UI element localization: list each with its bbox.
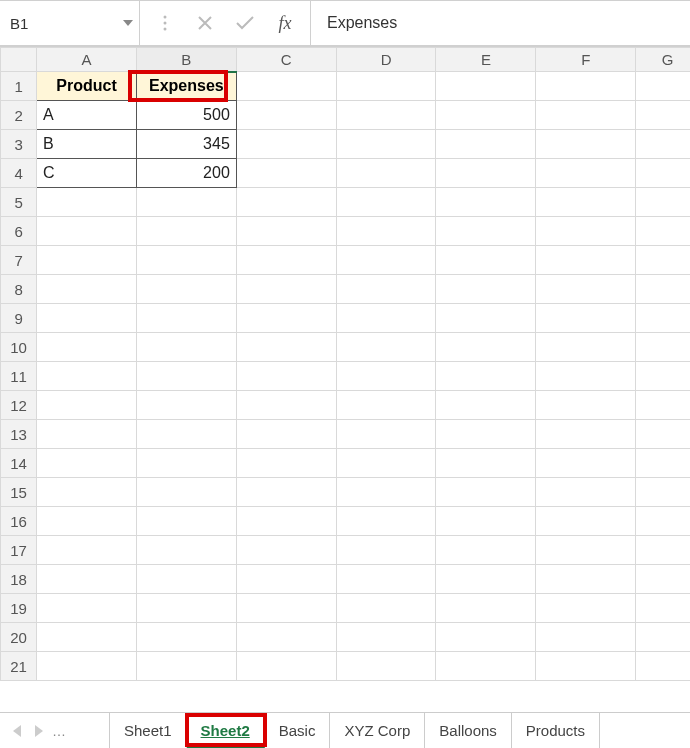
row-header-3[interactable]: 3 [1, 130, 37, 159]
formula-input[interactable]: Expenses [311, 1, 690, 45]
cell-D3[interactable] [336, 130, 436, 159]
cell-D19[interactable] [336, 594, 436, 623]
cell-C6[interactable] [236, 217, 336, 246]
name-box[interactable]: B1 [0, 1, 140, 45]
cell-D14[interactable] [336, 449, 436, 478]
cell-B6[interactable] [136, 217, 236, 246]
sheet-tab-products[interactable]: Products [512, 713, 600, 748]
cell-E21[interactable] [436, 652, 536, 681]
cell-C18[interactable] [236, 565, 336, 594]
cell-C14[interactable] [236, 449, 336, 478]
cell-G2[interactable] [636, 101, 690, 130]
cell-F18[interactable] [536, 565, 636, 594]
col-header-C[interactable]: C [236, 48, 336, 72]
col-header-D[interactable]: D [336, 48, 436, 72]
cell-E19[interactable] [436, 594, 536, 623]
cell-F10[interactable] [536, 333, 636, 362]
row-header-13[interactable]: 13 [1, 420, 37, 449]
cell-B15[interactable] [136, 478, 236, 507]
cell-C11[interactable] [236, 362, 336, 391]
cell-D11[interactable] [336, 362, 436, 391]
row-header-2[interactable]: 2 [1, 101, 37, 130]
cell-E7[interactable] [436, 246, 536, 275]
cell-A15[interactable] [37, 478, 137, 507]
cell-D21[interactable] [336, 652, 436, 681]
cell-A10[interactable] [37, 333, 137, 362]
sheet-tab-xyz-corp[interactable]: XYZ Corp [330, 713, 425, 748]
row-header-5[interactable]: 5 [1, 188, 37, 217]
cell-A5[interactable] [37, 188, 137, 217]
cell-B5[interactable] [136, 188, 236, 217]
cell-D2[interactable] [336, 101, 436, 130]
cell-E8[interactable] [436, 275, 536, 304]
cell-F21[interactable] [536, 652, 636, 681]
cell-E16[interactable] [436, 507, 536, 536]
cell-F19[interactable] [536, 594, 636, 623]
cell-E14[interactable] [436, 449, 536, 478]
cell-G3[interactable] [636, 130, 690, 159]
cell-D13[interactable] [336, 420, 436, 449]
cell-C12[interactable] [236, 391, 336, 420]
cell-E10[interactable] [436, 333, 536, 362]
row-header-19[interactable]: 19 [1, 594, 37, 623]
cell-G4[interactable] [636, 159, 690, 188]
sheet-tab-balloons[interactable]: Balloons [425, 713, 512, 748]
cell-F2[interactable] [536, 101, 636, 130]
cell-E11[interactable] [436, 362, 536, 391]
cell-C1[interactable] [236, 72, 336, 101]
cell-F1[interactable] [536, 72, 636, 101]
cell-B4[interactable]: 200 [136, 159, 236, 188]
cell-G6[interactable] [636, 217, 690, 246]
cell-E18[interactable] [436, 565, 536, 594]
row-header-4[interactable]: 4 [1, 159, 37, 188]
cell-A13[interactable] [37, 420, 137, 449]
cell-A14[interactable] [37, 449, 137, 478]
cell-B8[interactable] [136, 275, 236, 304]
cell-B7[interactable] [136, 246, 236, 275]
cell-C13[interactable] [236, 420, 336, 449]
cell-C15[interactable] [236, 478, 336, 507]
cell-E5[interactable] [436, 188, 536, 217]
cell-D4[interactable] [336, 159, 436, 188]
cell-D8[interactable] [336, 275, 436, 304]
cell-F8[interactable] [536, 275, 636, 304]
cell-G15[interactable] [636, 478, 690, 507]
cell-G10[interactable] [636, 333, 690, 362]
cell-D12[interactable] [336, 391, 436, 420]
cell-C4[interactable] [236, 159, 336, 188]
cell-C19[interactable] [236, 594, 336, 623]
cell-D10[interactable] [336, 333, 436, 362]
row-header-18[interactable]: 18 [1, 565, 37, 594]
cell-F14[interactable] [536, 449, 636, 478]
row-header-14[interactable]: 14 [1, 449, 37, 478]
cell-A2[interactable]: A [37, 101, 137, 130]
cell-B1[interactable]: Expenses [136, 72, 236, 101]
tab-nav-prev-icon[interactable] [10, 723, 26, 739]
cell-A3[interactable]: B [37, 130, 137, 159]
cell-F5[interactable] [536, 188, 636, 217]
cell-F17[interactable] [536, 536, 636, 565]
cell-B20[interactable] [136, 623, 236, 652]
cell-A20[interactable] [37, 623, 137, 652]
cell-A21[interactable] [37, 652, 137, 681]
cell-D9[interactable] [336, 304, 436, 333]
cell-F9[interactable] [536, 304, 636, 333]
cell-C10[interactable] [236, 333, 336, 362]
cell-A17[interactable] [37, 536, 137, 565]
cell-C3[interactable] [236, 130, 336, 159]
row-header-16[interactable]: 16 [1, 507, 37, 536]
cell-G8[interactable] [636, 275, 690, 304]
cell-E6[interactable] [436, 217, 536, 246]
cell-B19[interactable] [136, 594, 236, 623]
cell-B13[interactable] [136, 420, 236, 449]
cell-E17[interactable] [436, 536, 536, 565]
row-header-7[interactable]: 7 [1, 246, 37, 275]
row-header-1[interactable]: 1 [1, 72, 37, 101]
cell-B2[interactable]: 500 [136, 101, 236, 130]
cell-E12[interactable] [436, 391, 536, 420]
cell-B16[interactable] [136, 507, 236, 536]
col-header-B[interactable]: B [136, 48, 236, 72]
cell-A4[interactable]: C [37, 159, 137, 188]
tab-nav-more-icon[interactable]: … [52, 723, 66, 739]
cell-D1[interactable] [336, 72, 436, 101]
